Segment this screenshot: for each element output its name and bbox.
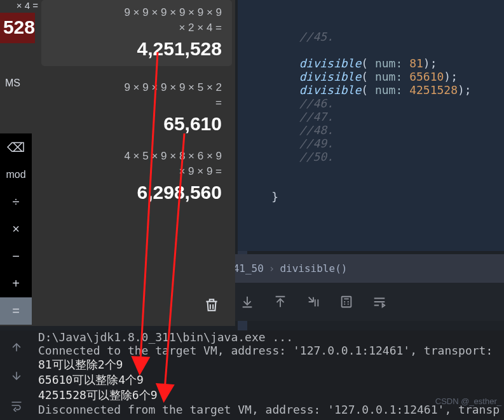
code-editor[interactable]: //45. divisible( num: 81); divisible( nu… [238,0,504,251]
console-output[interactable]: D:\Java\jdk1.8.0_311\bin\java.exe ... Co… [33,330,504,420]
history-expression: × 9 × 9 = [41,164,222,179]
history-expression: 9 × 9 × 9 × 9 × 9 × 9 [51,5,222,20]
svg-rect-0 [342,297,351,308]
calc-keys: ⌫ mod ÷ × − + = [0,133,32,325]
memory-store-label[interactable]: MS [5,78,20,89]
console-line: 4251528可以整除6个9 [38,388,158,402]
history-item[interactable]: 4 × 5 × 9 × 8 × 6 × 9 × 9 × 9 = 6,298,56… [41,149,232,203]
download-icon[interactable] [236,291,258,313]
console-line: 65610可以整除4个9 [38,373,144,386]
soft-wrap-icon[interactable] [369,291,390,313]
key-multiply[interactable]: × [0,215,32,243]
key-divide[interactable]: ÷ [0,188,32,215]
history-result: 65,610 [41,113,222,135]
arrow-down-icon[interactable] [0,363,33,389]
calc-history: 9 × 9 × 9 × 9 × 9 × 9 × 2 × 4 = 4,251,52… [41,0,232,217]
watermark: CSDN @_esther_ [435,396,501,406]
scroll-to-end-icon[interactable] [303,291,324,313]
breadcrumb-item[interactable]: divisible() [280,262,347,274]
key-subtract[interactable]: − [0,243,32,270]
history-item[interactable]: 9 × 9 × 9 × 9 × 5 × 2 = 65,610 [41,80,232,135]
breadcrumb-separator: › [269,262,275,274]
calc-top-result-partial: 528 [0,13,35,43]
history-expression: = [41,95,222,111]
upload-icon[interactable] [269,291,291,313]
calculator-panel: × 4 = 528 MS 9 × 9 × 9 × 9 × 9 × 9 × 2 ×… [0,0,235,326]
console-line: Disconnected from the target VM, address… [38,403,500,416]
key-mod[interactable]: mod [0,161,32,188]
calculator-icon[interactable] [336,291,357,313]
key-equals[interactable]: = [0,297,32,325]
key-add[interactable]: + [0,270,32,297]
history-expression: × 2 × 4 = [51,20,222,36]
history-item[interactable]: 9 × 9 × 9 × 9 × 9 × 9 × 2 × 4 = 4,251,52… [41,0,232,66]
console-gutter [0,330,33,420]
history-expression: 4 × 5 × 9 × 8 × 6 × 9 [41,149,222,164]
console-line: 81可以整除2个9 [38,358,123,371]
console-line: D:\Java\jdk1.8.0_311\bin\java.exe ... [38,330,293,344]
history-expression: 9 × 9 × 9 × 9 × 5 × 2 [41,80,222,95]
console-line: Connected to the target VM, address: '12… [38,344,493,357]
history-result: 4,251,528 [51,38,222,60]
trash-icon[interactable] [203,297,221,315]
key-backspace[interactable]: ⌫ [0,133,32,161]
history-result: 6,298,560 [41,182,222,203]
arrow-up-icon[interactable] [0,334,33,360]
code-lines: //45. divisible( num: 81); divisible( nu… [244,30,504,203]
calc-top-expression-partial: × 4 = [0,0,38,14]
soft-wrap-icon[interactable] [0,393,33,418]
